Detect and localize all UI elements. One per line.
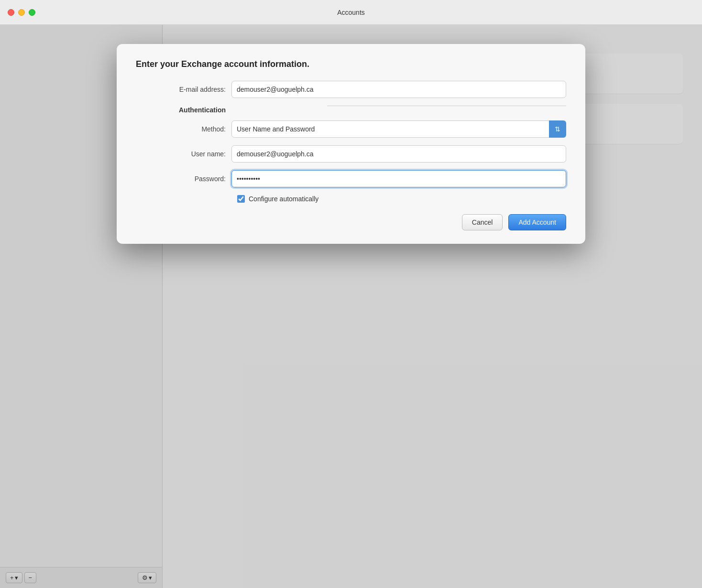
- maximize-button[interactable]: [29, 9, 35, 16]
- main-area: + ▾ − ⚙ ▾ Outlook.com, Hotmail,: [0, 25, 702, 588]
- email-label: E-mail address:: [136, 86, 231, 93]
- auth-divider: [327, 106, 566, 106]
- exchange-account-modal: Enter your Exchange account information.…: [117, 44, 585, 244]
- username-row: User name:: [136, 145, 566, 163]
- method-row: Method: User Name and Password ⇅: [136, 120, 566, 138]
- password-label: Password:: [136, 175, 231, 183]
- email-row: E-mail address:: [136, 81, 566, 98]
- add-account-button[interactable]: Add Account: [508, 214, 566, 230]
- title-bar: Accounts: [0, 0, 702, 25]
- cancel-button[interactable]: Cancel: [462, 214, 503, 230]
- close-button[interactable]: [8, 9, 14, 16]
- password-row: Password:: [136, 170, 566, 187]
- traffic-lights: [8, 9, 35, 16]
- username-field[interactable]: [231, 145, 566, 163]
- method-label: Method:: [136, 125, 231, 133]
- email-field[interactable]: [231, 81, 566, 98]
- modal-heading: Enter your Exchange account information.: [136, 59, 566, 69]
- configure-auto-checkbox[interactable]: [237, 195, 245, 203]
- configure-auto-label: Configure automatically: [249, 195, 318, 203]
- minimize-button[interactable]: [18, 9, 25, 16]
- window-title: Accounts: [337, 9, 365, 16]
- auth-section-label: Authentication: [136, 106, 231, 114]
- modal-overlay: Enter your Exchange account information.…: [0, 25, 702, 588]
- username-label: User name:: [136, 150, 231, 158]
- auth-header-row: Authentication: [136, 106, 566, 114]
- method-select-wrapper: User Name and Password ⇅: [231, 120, 566, 138]
- method-select[interactable]: User Name and Password: [231, 120, 566, 138]
- configure-auto-row: Configure automatically: [136, 195, 566, 203]
- modal-footer: Cancel Add Account: [136, 214, 566, 230]
- password-field[interactable]: [231, 170, 566, 187]
